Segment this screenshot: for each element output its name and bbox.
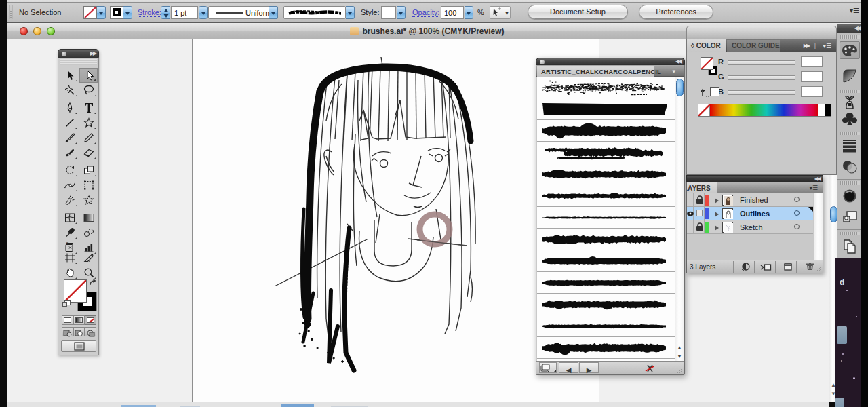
svg-text:█: █ (66, 243, 68, 246)
